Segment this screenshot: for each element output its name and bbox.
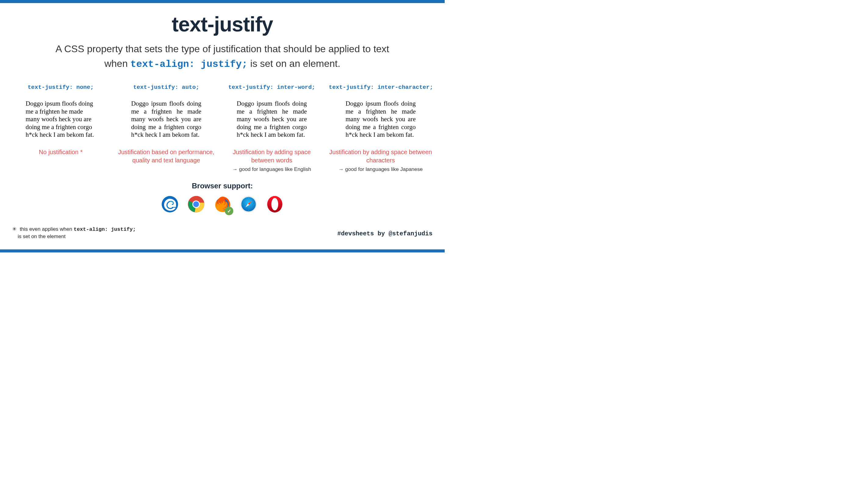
credit-line: #devsheets by @stefanjudis bbox=[337, 230, 432, 237]
examples-grid: text-justify: none; Doggo ipsum floofs d… bbox=[12, 84, 432, 172]
subtitle-line2-post: is set on an element. bbox=[248, 58, 340, 69]
footnote-text-pre: this even applies when bbox=[20, 226, 74, 232]
check-badge-icon: ✓ bbox=[225, 207, 233, 215]
example-caption: Justification by adding space between wo… bbox=[223, 148, 320, 165]
example-note: → good for languages like English bbox=[223, 166, 320, 172]
subtitle-line2-pre: when bbox=[104, 58, 130, 69]
sample-text: Doggo ipsum floofs doing me a frighten h… bbox=[237, 100, 307, 139]
footnote: ✳ this even applies when text-align: jus… bbox=[12, 226, 136, 240]
example-auto: text-justify: auto; Doggo ipsum floofs d… bbox=[118, 84, 215, 172]
edge-icon bbox=[161, 196, 178, 213]
example-caption: Justification based on performance, qual… bbox=[118, 148, 215, 165]
example-header: text-justify: auto; bbox=[118, 84, 215, 91]
page-title: text-justify bbox=[12, 12, 432, 36]
opera-icon bbox=[266, 196, 283, 213]
sample-text: Doggo ipsum floofs doing me a frighten h… bbox=[346, 100, 416, 139]
browser-icons-row: ✓ bbox=[12, 196, 432, 213]
browser-support-section: Browser support: bbox=[12, 181, 432, 213]
example-caption: Justification by adding space between ch… bbox=[329, 148, 432, 165]
example-header: text-justify: inter-word; bbox=[223, 84, 320, 91]
svg-point-16 bbox=[271, 198, 278, 210]
example-none: text-justify: none; Doggo ipsum floofs d… bbox=[12, 84, 109, 172]
example-inter-word: text-justify: inter-word; Doggo ipsum fl… bbox=[223, 84, 320, 172]
firefox-icon: ✓ bbox=[214, 196, 231, 213]
example-header: text-justify: inter-character; bbox=[329, 84, 432, 91]
svg-point-3 bbox=[193, 201, 199, 207]
devsheet-card: text-justify A CSS property that sets th… bbox=[0, 0, 445, 253]
example-inter-character: text-justify: inter-character; Doggo ips… bbox=[329, 84, 432, 172]
footnote-text-post: is set on the element bbox=[18, 233, 66, 240]
subtitle-code: text-align: justify; bbox=[131, 59, 248, 70]
sample-text: Doggo ipsum floofs doing me a frighten h… bbox=[26, 100, 96, 139]
example-caption: No justification * bbox=[12, 148, 109, 156]
subtitle-line1: A CSS property that sets the type of jus… bbox=[55, 43, 389, 54]
footnote-star-icon: ✳ bbox=[12, 226, 17, 232]
browser-support-title: Browser support: bbox=[12, 181, 432, 190]
safari-icon bbox=[240, 196, 257, 213]
example-note: → good for languages like Japanese bbox=[329, 166, 432, 172]
page-subtitle: A CSS property that sets the type of jus… bbox=[12, 42, 432, 72]
chrome-icon bbox=[187, 196, 205, 213]
sample-text: Doggo ipsum floofs doing me a frighten h… bbox=[131, 100, 201, 139]
example-header: text-justify: none; bbox=[12, 84, 109, 91]
footnote-code: text-align: justify; bbox=[73, 227, 136, 232]
